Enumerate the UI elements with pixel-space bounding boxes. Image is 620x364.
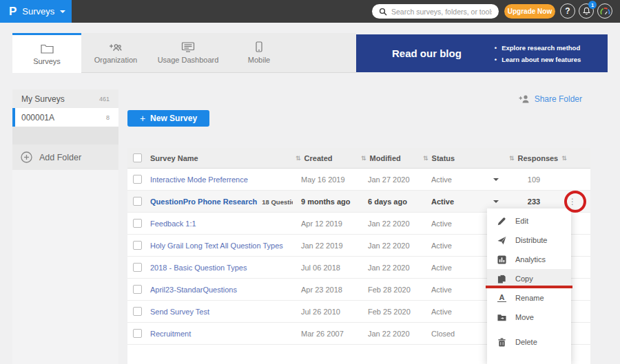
survey-name-link[interactable]: 2018 - Basic Question Types <box>148 264 293 272</box>
menu-item-delete[interactable]: Delete <box>487 332 571 352</box>
pencil-icon <box>497 217 506 226</box>
modified-cell: Jan 22 2020 <box>358 330 420 338</box>
questionpro-logo-icon: P <box>9 5 17 19</box>
row-checkbox[interactable] <box>133 197 142 206</box>
survey-name-link[interactable]: April23-StandarQuestions <box>148 286 293 294</box>
upgrade-now-button[interactable]: Upgrade Now <box>504 4 555 19</box>
header-survey-name[interactable]: Survey Name <box>148 154 293 162</box>
move-folder-icon <box>497 313 506 322</box>
sort-icon[interactable]: ⇅ <box>361 155 366 162</box>
tab-label: Usage Dashboard <box>158 56 219 64</box>
new-survey-label: New Survey <box>150 114 197 123</box>
header-responses[interactable]: ⇅ Responses ⇅ <box>506 154 555 162</box>
row-checkbox[interactable] <box>133 329 142 338</box>
row-checkbox[interactable] <box>133 175 142 184</box>
sort-icon[interactable]: ⇅ <box>296 155 301 162</box>
menu-item-analytics[interactable]: Analytics <box>487 250 571 269</box>
menu-item-rename[interactable]: A Rename <box>487 288 571 308</box>
row-actions-kebab-icon[interactable]: ⋮ <box>555 197 590 206</box>
created-cell: Jan 22 2019 <box>293 242 358 250</box>
survey-name-link[interactable]: Recruitment <box>148 330 293 338</box>
status-cell: Active <box>420 286 486 294</box>
status-cell: Active <box>420 220 486 228</box>
share-folder-label: Share Folder <box>535 94 582 104</box>
status-cell: Active <box>420 197 486 206</box>
created-cell: Jul 06 2018 <box>293 264 358 272</box>
menu-item-edit[interactable]: Edit <box>487 211 571 231</box>
status-cell: Active <box>420 242 486 250</box>
banner-title: Read our blog <box>392 47 462 59</box>
mobile-phone-icon <box>255 41 263 52</box>
status-cell: Active <box>420 308 486 316</box>
tab-mobile[interactable]: Mobile <box>226 33 292 73</box>
search-icon <box>379 8 387 16</box>
created-cell: 9 months ago <box>293 197 358 206</box>
share-folder-link[interactable]: Share Folder <box>519 94 582 104</box>
row-checkbox[interactable] <box>133 307 142 316</box>
header-created[interactable]: ⇅ Created <box>293 154 358 162</box>
row-checkbox[interactable] <box>133 219 142 228</box>
modified-cell: Jan 22 2020 <box>358 220 420 228</box>
tab-usage-dashboard[interactable]: Usage Dashboard <box>150 33 226 73</box>
notification-badge: 1 <box>588 1 597 9</box>
modified-cell: 6 days ago <box>358 197 420 206</box>
add-folder-button[interactable]: Add Folder <box>12 144 118 170</box>
sidebar-item-my-surveys[interactable]: My Surveys 461 <box>12 89 118 108</box>
question-mark-icon: ? <box>565 6 570 16</box>
folder-icon <box>41 43 54 54</box>
row-checkbox[interactable] <box>133 241 142 250</box>
folder-label: My Surveys <box>21 94 65 104</box>
menu-item-move[interactable]: Move <box>487 308 571 327</box>
rename-icon: A <box>497 294 506 302</box>
responses-cell: 233 <box>506 197 555 206</box>
sidebar-item-000001a[interactable]: 000001A 8 <box>12 108 118 127</box>
folder-label: 000001A <box>21 113 54 122</box>
created-cell: Apr 12 2019 <box>293 220 358 228</box>
new-survey-button[interactable]: + New Survey <box>127 110 209 127</box>
menu-item-distribute[interactable]: Distribute <box>487 231 571 250</box>
created-cell: Apr 23 2018 <box>293 286 358 294</box>
status-cell: Closed <box>420 330 486 338</box>
top-bar: P Surveys Upgrade Now ? 1 <box>0 0 620 23</box>
product-menu[interactable]: P Surveys <box>0 0 72 23</box>
sort-icon[interactable]: ⇅ <box>423 155 428 162</box>
row-checkbox[interactable] <box>133 263 142 272</box>
survey-name-link[interactable]: Send Survey Test <box>148 308 293 316</box>
chevron-down-icon <box>60 10 65 13</box>
sort-icon[interactable]: ⇅ <box>509 155 515 162</box>
help-button[interactable]: ? <box>560 3 575 19</box>
tab-surveys[interactable]: Surveys <box>12 33 81 73</box>
module-tabs: Surveys Organization Usage Dashboard Mob… <box>12 33 356 73</box>
gauge-icon <box>600 7 610 16</box>
dashboard-screen-icon <box>181 42 195 52</box>
banner-bullet: Learn about new features <box>495 54 581 65</box>
select-all-checkbox[interactable] <box>133 153 142 162</box>
sidebar-spacer <box>12 127 118 144</box>
sort-icon[interactable]: ⇅ <box>561 155 567 162</box>
status-dropdown-caret[interactable] <box>493 200 499 203</box>
survey-name-link[interactable]: Feedback 1:1 <box>148 220 293 228</box>
usage-meter-button[interactable] <box>597 3 612 19</box>
notifications-button[interactable]: 1 <box>579 3 594 19</box>
blog-banner[interactable]: Read our blog Explore research method Le… <box>356 34 608 72</box>
row-checkbox[interactable] <box>133 285 142 294</box>
header-status[interactable]: ⇅ Status <box>420 154 486 162</box>
survey-name-link[interactable]: QuestionPro Phone Research18 Questions <box>148 197 293 206</box>
product-menu-label: Surveys <box>22 6 54 17</box>
banner-bullet-list: Explore research method Learn about new … <box>495 42 581 65</box>
table-header-row: Survey Name ⇅ Created ⇅ Modified ⇅ Statu… <box>127 148 590 169</box>
banner-bullet: Explore research method <box>495 42 581 54</box>
header-modified[interactable]: ⇅ Modified <box>358 154 420 162</box>
tab-label: Organization <box>94 56 137 64</box>
plus-icon: + <box>140 113 145 124</box>
status-dropdown-caret[interactable] <box>493 178 499 181</box>
add-folder-label: Add Folder <box>39 153 81 162</box>
created-cell: May 16 2019 <box>293 175 358 184</box>
tab-organization[interactable]: Organization <box>81 33 150 73</box>
survey-name-link[interactable]: Holy Grail Long Text All Question Types <box>148 242 293 250</box>
share-person-icon <box>519 95 530 103</box>
survey-name-link[interactable]: Interactive Mode Preferrence <box>148 175 293 184</box>
modified-cell: Feb 28 2020 <box>358 286 420 294</box>
global-search <box>372 4 499 19</box>
search-input[interactable] <box>391 8 492 16</box>
